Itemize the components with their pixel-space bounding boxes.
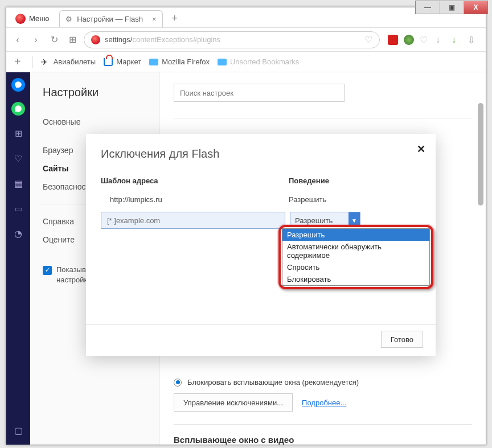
dropdown-option-ask[interactable]: Спросить: [282, 261, 429, 273]
popup-video-section-title: Всплывающее окно с видео: [174, 435, 472, 445]
globe-icon[interactable]: [404, 35, 414, 45]
done-button[interactable]: Готово: [381, 331, 423, 348]
exception-url: http://lumpics.ru: [101, 195, 289, 204]
maximize-button[interactable]: ▣: [440, 1, 464, 14]
select-value: Разрешить: [295, 216, 333, 225]
bookmark-aviatickets[interactable]: Авиабилеты: [41, 57, 96, 67]
bookmarks-rail-icon[interactable]: ▭: [11, 201, 26, 216]
site-identity-icon: [91, 35, 100, 44]
column-pattern-header: Шаблон адреса: [101, 176, 289, 185]
history-icon[interactable]: ◔: [11, 226, 26, 241]
settings-title: Настройки: [43, 86, 159, 99]
dropdown-options-highlight: Разрешить Автоматически обнаружить содер…: [278, 225, 433, 289]
pattern-input[interactable]: [101, 212, 285, 229]
column-behavior-header: Поведение: [289, 176, 329, 185]
shield-icon[interactable]: ♡: [420, 35, 430, 45]
url-input[interactable]: settings/contentExceptions#plugins ♡: [84, 31, 380, 48]
bookmark-folder-unsorted[interactable]: Unsorted Bookmarks: [218, 57, 299, 66]
tab-title: Настройки — Flash: [77, 15, 143, 23]
dropdown-option-auto-detect[interactable]: Автоматически обнаружить содержимое: [282, 241, 429, 261]
messenger-icon[interactable]: [11, 78, 25, 92]
behavior-dropdown-list: Разрешить Автоматически обнаружить содер…: [282, 228, 430, 286]
folder-icon: [149, 59, 158, 65]
exception-row[interactable]: http://lumpics.ru Разрешить: [101, 195, 421, 204]
modal-title: Исключения для Flash: [101, 147, 421, 161]
forward-button[interactable]: ›: [29, 33, 43, 47]
exception-behavior: Разрешить: [289, 195, 326, 204]
folder-icon: [218, 59, 227, 65]
block-popups-radio[interactable]: [174, 379, 182, 387]
dropdown-option-allow[interactable]: Разрешить: [282, 229, 429, 241]
sidebar-item-help[interactable]: Справка: [43, 212, 88, 231]
bookmark-label: Авиабилеты: [54, 57, 96, 66]
extension-icons: ♡ ↓ ↓ ⇩: [384, 35, 481, 45]
bookmark-heart-icon[interactable]: ♡: [364, 34, 372, 45]
bookmark-folder-firefox[interactable]: Mozilla Firefox: [149, 57, 210, 66]
sidebar-item-basic[interactable]: Основные: [43, 113, 159, 131]
bookmark-label: Mozilla Firefox: [162, 57, 210, 66]
minimize-button[interactable]: —: [416, 1, 440, 14]
tab-bar: Меню ⚙ Настройки — Flash × +: [6, 7, 486, 28]
plane-icon: [41, 57, 50, 67]
tab-settings-flash[interactable]: ⚙ Настройки — Flash ×: [59, 10, 162, 27]
dropdown-option-block[interactable]: Блокировать: [282, 273, 429, 285]
window-controls: — ▣ X: [415, 1, 488, 14]
sidebar-item-rate[interactable]: Оцените: [43, 231, 88, 249]
more-link-2[interactable]: Подробнее...: [302, 398, 346, 407]
favorites-icon[interactable]: ♡: [11, 151, 26, 166]
bookmark-label: Маркет: [116, 57, 141, 66]
reload-button[interactable]: ↻: [47, 33, 61, 47]
download-icon-1[interactable]: ↓: [436, 35, 446, 45]
close-tab-icon[interactable]: ×: [152, 15, 157, 23]
speed-dial-icon[interactable]: ⊞: [11, 126, 26, 141]
divider: [86, 324, 436, 325]
news-icon[interactable]: ▤: [11, 176, 26, 191]
url-text: settings/contentExceptions#plugins: [105, 35, 360, 44]
close-window-button[interactable]: X: [464, 1, 487, 14]
sidebar-toggle-icon[interactable]: ▢: [11, 423, 26, 438]
separator: [32, 56, 33, 68]
left-rail: ⊞ ♡ ▤ ▭ ◔ ▢: [6, 72, 30, 445]
whatsapp-icon[interactable]: [11, 102, 25, 116]
add-bookmark-button[interactable]: +: [11, 55, 24, 68]
bookmark-market[interactable]: Маркет: [104, 57, 141, 66]
downloads-icon[interactable]: ⇩: [468, 35, 478, 45]
menu-label: Меню: [29, 14, 49, 23]
shopping-bag-icon: [104, 58, 113, 66]
speed-dial-button[interactable]: ⊞: [65, 33, 79, 47]
back-button[interactable]: ‹: [11, 33, 24, 47]
manage-exceptions-button-2[interactable]: Управление исключениями...: [174, 393, 293, 412]
opera-menu-button[interactable]: Меню: [10, 11, 55, 26]
address-bar: ‹ › ↻ ⊞ settings/contentExceptions#plugi…: [6, 28, 486, 52]
bookmark-label: Unsorted Bookmarks: [230, 57, 299, 66]
scrollbar-thumb[interactable]: [478, 103, 483, 205]
search-settings-input[interactable]: [174, 84, 345, 102]
opera-logo-icon: [15, 14, 26, 24]
block-popups-label: Блокировать всплывающие окна (рекомендуе…: [187, 378, 359, 387]
sidebar-item-security[interactable]: Безопасность: [43, 178, 88, 196]
modal-close-button[interactable]: ✕: [417, 143, 425, 155]
gear-icon: ⚙: [65, 15, 72, 23]
scrollbar-track[interactable]: [477, 72, 485, 445]
bookmarks-bar: + Авиабилеты Маркет Mozilla Firefox Unso…: [6, 52, 486, 72]
download-icon-2[interactable]: ↓: [452, 35, 462, 45]
checkbox-icon: ✓: [43, 266, 52, 275]
new-tab-button[interactable]: +: [167, 13, 183, 24]
adblock-icon[interactable]: [388, 35, 398, 45]
